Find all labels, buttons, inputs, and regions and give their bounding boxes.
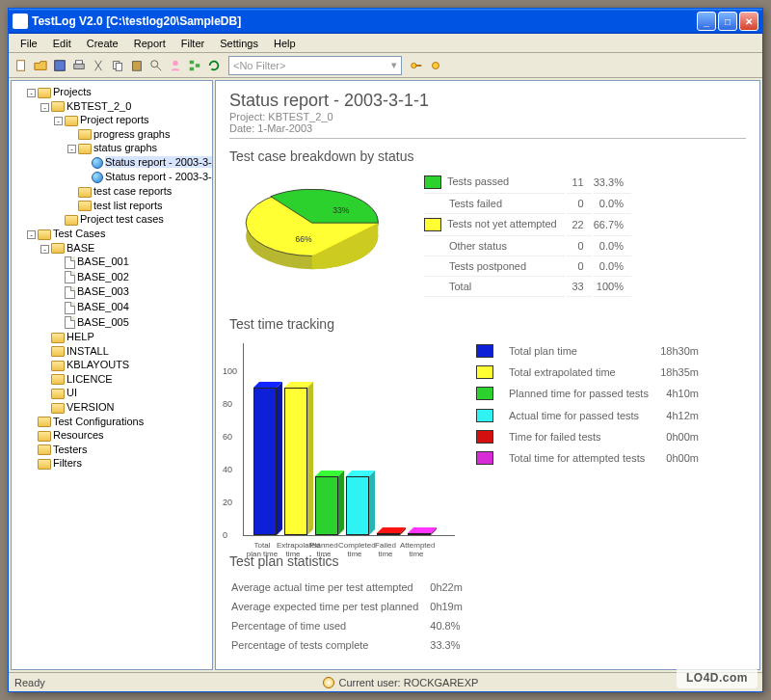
- tree-item[interactable]: UI: [40, 386, 210, 400]
- tree-item[interactable]: Status report - 2003-3-1-1: [81, 155, 210, 170]
- menu-filter[interactable]: Filter: [173, 36, 212, 51]
- find-icon[interactable]: [147, 57, 165, 74]
- refresh-icon[interactable]: [205, 57, 223, 74]
- status-user: ROCKGAREXP: [404, 677, 479, 688]
- tree-item[interactable]: BASE_003: [54, 284, 210, 300]
- legend-row: Tests failed00.0%: [424, 196, 631, 214]
- svg-rect-2: [74, 64, 85, 68]
- tree-item[interactable]: KBLAYOUTS: [40, 358, 210, 372]
- tree-item[interactable]: -Project reports: [54, 113, 210, 127]
- close-button[interactable]: ✕: [739, 12, 758, 31]
- titlebar[interactable]: TestLog V2.0 [C:\testlog20\SampleDB] _ □…: [9, 9, 762, 34]
- svg-rect-0: [17, 60, 25, 70]
- menu-report[interactable]: Report: [126, 36, 173, 51]
- tree-item[interactable]: INSTALL: [40, 344, 210, 359]
- tree-item[interactable]: BASE_001: [54, 255, 210, 270]
- pie-chart: 33% 66%: [229, 172, 403, 287]
- legend-row: Total extrapolated time18h35m: [476, 363, 706, 382]
- tree-item[interactable]: VERSION: [40, 400, 210, 415]
- tree-item[interactable]: BASE_004: [54, 300, 210, 315]
- svg-rect-6: [133, 61, 142, 70]
- legend-row: Other status00.0%: [424, 238, 631, 256]
- window-title: TestLog V2.0 [C:\testlog20\SampleDB]: [32, 14, 697, 28]
- svg-rect-3: [76, 60, 83, 64]
- tree-item[interactable]: -Test Cases: [27, 227, 210, 241]
- paste-icon[interactable]: [128, 57, 146, 74]
- open-icon[interactable]: [32, 57, 49, 74]
- pie-title: Test case breakdown by status: [229, 148, 746, 164]
- svg-text:33%: 33%: [332, 205, 350, 215]
- project-tree[interactable]: -Projects-KBTEST_2_0-Project reportsprog…: [11, 80, 213, 670]
- cut-icon[interactable]: [90, 57, 107, 74]
- legend-row: Actual time for passed tests4h12m: [476, 405, 706, 424]
- tree-item[interactable]: -status graphs: [67, 141, 210, 155]
- status-left: Ready: [14, 677, 45, 688]
- stats-table: Average actual time per test attempted0h…: [229, 577, 474, 656]
- legend-row: Total time for attempted tests0h00m: [476, 448, 706, 468]
- tree-item[interactable]: Test Configurations: [27, 415, 210, 429]
- app-icon: [13, 13, 28, 29]
- svg-rect-5: [116, 63, 121, 70]
- report-content: Status report - 2003-3-1-1 Project: KBTE…: [215, 80, 760, 670]
- svg-rect-1: [55, 60, 66, 70]
- tree-item[interactable]: Testers: [27, 443, 210, 457]
- stats-row: Average expected time per test planned0h…: [231, 598, 472, 615]
- watermark: LO4D.com: [677, 667, 758, 688]
- menu-create[interactable]: Create: [79, 36, 126, 51]
- toolbar: <No Filter>▾: [9, 53, 762, 78]
- bar-legend: Total plan time18h30mTotal extrapolated …: [474, 339, 708, 470]
- tree-item[interactable]: test list reports: [67, 199, 210, 213]
- new-icon[interactable]: [13, 57, 30, 74]
- svg-point-12: [412, 63, 416, 67]
- tree-item[interactable]: -Projects: [27, 85, 210, 99]
- tree-item[interactable]: Resources: [27, 428, 210, 443]
- tree-item[interactable]: BASE_002: [54, 270, 210, 285]
- tree-item[interactable]: BASE_005: [54, 315, 210, 331]
- svg-text:66%: 66%: [296, 234, 313, 244]
- svg-point-8: [173, 60, 177, 65]
- save-icon[interactable]: [51, 57, 68, 74]
- tree-item[interactable]: progress graphs: [67, 127, 210, 142]
- user-icon: [323, 677, 334, 688]
- report-title: Status report - 2003-3-1-1: [229, 91, 746, 111]
- tree-item[interactable]: test case reports: [67, 184, 210, 199]
- menu-file[interactable]: File: [13, 36, 45, 51]
- bar-title: Test time tracking: [229, 316, 746, 332]
- copy-icon[interactable]: [109, 57, 126, 74]
- stats-row: Percentage of tests complete33.3%: [231, 636, 472, 654]
- tree-item[interactable]: -KBTEST_2_0: [40, 99, 210, 114]
- maximize-button[interactable]: □: [718, 12, 737, 31]
- statusbar: Ready Current user: ROCKGAREXP: [9, 672, 762, 691]
- bar-chart: 020406080100Total plan timeExtrapolated …: [243, 343, 455, 536]
- menu-edit[interactable]: Edit: [45, 36, 79, 51]
- minimize-button[interactable]: _: [697, 12, 716, 31]
- menu-settings[interactable]: Settings: [212, 36, 266, 51]
- app-window: TestLog V2.0 [C:\testlog20\SampleDB] _ □…: [8, 8, 763, 692]
- legend-row: Total plan time18h30m: [476, 341, 706, 361]
- legend-row: Tests not yet attempted2266.7%: [424, 216, 631, 236]
- tree-item[interactable]: HELP: [40, 330, 210, 344]
- svg-rect-9: [190, 60, 194, 64]
- legend-row: Tests postponed00.0%: [424, 258, 631, 277]
- tree-item[interactable]: LICENCE: [40, 372, 210, 387]
- filter-combo[interactable]: <No Filter>▾: [228, 56, 402, 75]
- stats-row: Average actual time per test attempted0h…: [231, 579, 472, 596]
- stats-row: Percentage of time used40.8%: [231, 617, 472, 634]
- print-icon[interactable]: [70, 57, 88, 74]
- tree-item[interactable]: Project test cases: [54, 212, 210, 227]
- key-icon[interactable]: [408, 57, 425, 74]
- legend-row: Tests passed1133.3%: [424, 174, 631, 194]
- menu-help[interactable]: Help: [266, 36, 304, 51]
- menubar: File Edit Create Report Filter Settings …: [9, 34, 762, 53]
- tree-item[interactable]: Status report - 2003-3-6-1: [81, 170, 210, 184]
- svg-point-13: [433, 62, 439, 68]
- tree-item[interactable]: Filters: [27, 456, 210, 471]
- tree-icon[interactable]: [186, 57, 203, 74]
- users-icon[interactable]: [167, 57, 184, 74]
- pie-legend: Tests passed1133.3%Tests failed00.0%Test…: [422, 172, 633, 299]
- tree-item[interactable]: -BASE: [40, 241, 210, 256]
- filter-placeholder: <No Filter>: [233, 60, 285, 71]
- svg-rect-10: [196, 64, 199, 67]
- gear-icon[interactable]: [427, 57, 444, 74]
- legend-row: Planned time for passed tests4h10m: [476, 384, 706, 403]
